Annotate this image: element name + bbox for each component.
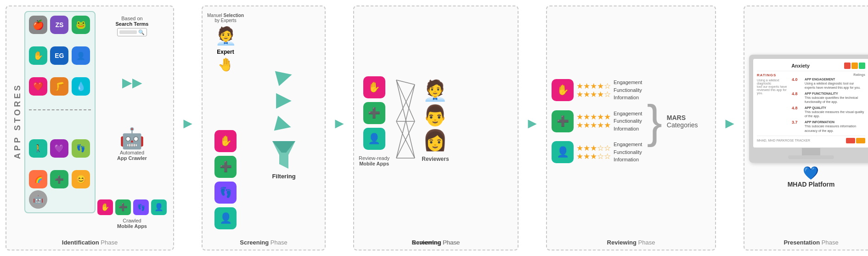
app-icon: ➕ xyxy=(50,170,68,188)
search-box: 🔍 xyxy=(117,28,147,36)
review-app-3: 👤 xyxy=(363,128,385,150)
reviewer-1: 🧑‍💼 xyxy=(423,80,448,101)
monitor-frame: Anxiety RATINGS Using a wikitext diagnos… xyxy=(749,55,868,163)
mars-icon-2: ➕ xyxy=(552,110,574,132)
app-icons-for-screening: ✋ ➕ 👣 👤 xyxy=(214,130,237,229)
review-apps-col: ✋ ➕ 👤 Review-ready Mobile Apps xyxy=(359,76,389,166)
arrows-to-crawler: ▶▶ xyxy=(122,75,142,90)
stars-row-3: ★★★☆☆ xyxy=(576,144,611,152)
app-icon: ✋ xyxy=(29,46,47,65)
spacer xyxy=(50,190,91,209)
score-4: 3.7 xyxy=(792,120,803,125)
mars-stars-2: ★★★★★ ★★★★★ xyxy=(576,113,611,129)
app-icon: 💧 xyxy=(72,77,90,96)
app-stores-label: APP STORES xyxy=(11,11,24,231)
mhad-label: MHAD Platform xyxy=(788,181,835,188)
ratings-label: RATINGS xyxy=(757,73,789,77)
footer-buttons xyxy=(846,138,865,143)
presentation-phase: Anxiety RATINGS Using a wikitext diagnos… xyxy=(744,6,868,250)
selection-desc: Manuel Selection by Experts xyxy=(207,13,244,23)
app-icon: 🌈 xyxy=(29,170,47,188)
review-app-1: ✋ xyxy=(363,76,385,98)
mars-stars-3: ★★★☆☆ ★★★☆☆ xyxy=(576,144,611,160)
search-bar xyxy=(119,30,137,34)
score-row-2: 4.8 APP FUNCTIONALITY This subscale quan… xyxy=(792,91,865,104)
reviewer-2: 👨 xyxy=(423,105,448,125)
svg-line-2 xyxy=(396,80,415,85)
arrow-2-3: ► xyxy=(329,0,349,250)
score-row-3: 4.8 APP QUALITY This subscale measures t… xyxy=(792,106,865,118)
app-icon: EG xyxy=(50,46,68,65)
score-row-4: 3.7 APP INFORMATION This subscale measur… xyxy=(792,120,865,132)
review-app-2: ➕ xyxy=(363,102,385,124)
app-grid: 🍎 ZS 🐸 ✋ EG 👤 ❤️ 🦵 💧 🚶 💜 👣 🌈 ➕ xyxy=(24,11,96,213)
ratings-area: RATINGS Using a wikitext diagnostictool … xyxy=(757,73,865,133)
flow-arrows: ▶▶ xyxy=(122,75,142,90)
reviewer-1-icon: 🧑‍💼 xyxy=(423,80,448,101)
mars-stars-1: ★★★★☆ ★★★★☆ xyxy=(576,82,611,98)
mars-label-area: MARS Categories xyxy=(667,114,710,129)
identification-phase: APP STORES 🍎 ZS 🐸 ✋ EG 👤 ❤️ 🦵 💧 🚶 💜 xyxy=(6,6,174,250)
app-icon: 🐸 xyxy=(72,16,90,34)
footer-btn-orange[interactable] xyxy=(856,138,865,143)
footer-text: MHAD, MHD PARKROSE TRACKER xyxy=(757,139,810,142)
crawled-icon-2: ➕ xyxy=(115,199,131,215)
crawled-icon-3: 👣 xyxy=(133,199,149,215)
android-icon: 🤖 xyxy=(29,190,47,209)
arrow-3-4: ► xyxy=(522,0,542,250)
app-icon: ZS xyxy=(50,16,68,34)
arrow-1-2: ► xyxy=(178,0,198,250)
score-1: 4.0 xyxy=(792,77,803,82)
ratings-desc: Using a wikitext diagnostictool our expe… xyxy=(757,79,789,95)
monitor-title: Anxiety xyxy=(757,63,844,68)
based-on-label: Based on xyxy=(121,16,142,21)
mars-rows: ✋ ★★★★☆ ★★★★☆ Engagement Functionality I… xyxy=(552,79,642,164)
monitor-stand xyxy=(802,148,820,155)
app-icon: 🦵 xyxy=(50,77,68,96)
mars-row-1: ✋ ★★★★☆ ★★★★☆ Engagement Functionality I… xyxy=(552,79,642,102)
reviewer-2-icon: 👨 xyxy=(423,105,448,125)
funnel-container xyxy=(270,139,298,171)
ratings-left: RATINGS Using a wikitext diagnostictool … xyxy=(757,73,789,133)
crawler-label: Automated App Crawler xyxy=(117,150,147,161)
ratings-header: Ratings xyxy=(792,73,865,76)
score-desc-4: APP INFORMATION This subscale measures i… xyxy=(805,120,865,132)
search-area: Based on Search Terms 🔍 xyxy=(116,16,149,36)
review-ready-label: Review-ready Mobile Apps xyxy=(359,155,389,166)
crawled-apps-area: ✋ ➕ 👣 👤 Crawled Mobile Apps xyxy=(97,199,167,229)
screening-app-3: 👣 xyxy=(214,182,237,204)
score-desc-3: APP QUALITY This subscale measures the v… xyxy=(805,106,865,118)
presentation-content: Anxiety RATINGS Using a wikitext diagnos… xyxy=(749,11,868,245)
crawled-icon-1: ✋ xyxy=(97,199,113,215)
crawler-area: 🤖 Automated App Crawler xyxy=(117,128,147,161)
stars-row-3b: ★★★☆☆ xyxy=(576,153,611,160)
mars-category-label: MARS Categories xyxy=(667,114,710,129)
app-icon: ❤️ xyxy=(29,77,47,96)
robot-icon: 🤖 xyxy=(119,128,145,148)
mhad-area: 💙 MHAD Platform xyxy=(788,165,835,188)
mars-row-3: 👤 ★★★☆☆ ★★★☆☆ Engagement Functionality I… xyxy=(552,141,642,164)
expert-label: Expert xyxy=(217,49,234,55)
mhad-logo-icon: 💙 xyxy=(803,165,819,181)
monitor-btn-orange[interactable] xyxy=(851,63,858,69)
reviewing-phase: ✋ ➕ 👤 Review-ready Mobile Apps xyxy=(353,6,519,250)
monitor-title-row: Anxiety xyxy=(757,63,865,69)
monitor-screen: Anxiety RATINGS Using a wikitext diagnos… xyxy=(753,58,868,148)
screening-phase: Manuel Selection by Experts 🧑‍💼 Expert 🤚… xyxy=(202,6,326,250)
hand-gesture-icon: 🤚 xyxy=(218,57,234,72)
screening-app-4: 👤 xyxy=(214,207,237,229)
monitor-btn-red[interactable] xyxy=(844,63,851,69)
app-icon: 🍎 xyxy=(29,16,47,34)
expert-area: Manuel Selection by Experts 🧑‍💼 Expert 🤚 xyxy=(207,13,244,72)
search-icon: 🔍 xyxy=(138,29,145,35)
screening-app-2: ➕ xyxy=(214,156,237,178)
identification-phase-label: Identification Phase xyxy=(62,239,118,246)
monitor-btn-green[interactable] xyxy=(859,63,865,69)
reviewers-col: 🧑‍💼 👨 👩 Reviewers xyxy=(422,80,449,162)
presentation-phase-label: Presentation Phase xyxy=(783,239,838,246)
footer-btn-red[interactable] xyxy=(846,138,855,143)
main-layout: APP STORES 🍎 ZS 🐸 ✋ EG 👤 ❤️ 🦵 💧 🚶 💜 xyxy=(0,0,868,256)
monitor-base xyxy=(788,155,834,159)
app-icon: 💜 xyxy=(50,139,68,158)
arrow-4-5: ► xyxy=(720,0,740,250)
